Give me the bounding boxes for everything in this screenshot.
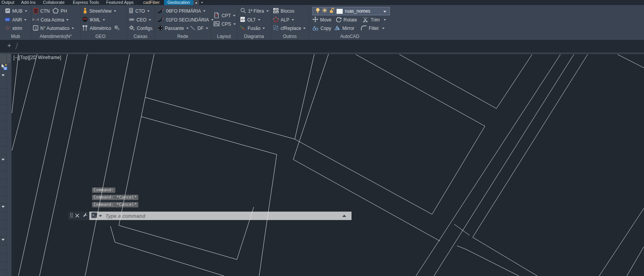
button-cto[interactable]: CTO bbox=[129, 8, 150, 15]
selection-list-icon[interactable] bbox=[1, 63, 7, 72]
layer-combo-dropdown-icon[interactable] bbox=[383, 11, 386, 13]
button-ikml[interactable]: IKML bbox=[82, 16, 105, 23]
button-cpt[interactable]: CPT bbox=[214, 12, 235, 19]
ph-icon bbox=[53, 8, 59, 15]
panel-label-rede[interactable]: Rede bbox=[154, 34, 211, 39]
svg-text:1: 1 bbox=[35, 26, 37, 30]
ribbon-options-icon[interactable] bbox=[201, 2, 203, 3]
cfreplace-icon bbox=[273, 25, 279, 32]
button-cfreplace[interactable]: cfReplace bbox=[273, 25, 306, 32]
button-n-automatico[interactable]: 1 N° Automatico bbox=[33, 25, 74, 32]
streetview-icon bbox=[83, 8, 87, 15]
ribbon: MUB ANR xtrim Mub CTN PH 1 Cota Acima 1 … bbox=[0, 5, 644, 40]
button-ceo[interactable]: CEO bbox=[129, 16, 151, 23]
layer-on-bulb-icon[interactable] bbox=[315, 8, 320, 15]
menu-tab-geolocation[interactable]: Geolocation bbox=[164, 0, 193, 5]
panel-label-mub[interactable]: Mub bbox=[0, 34, 31, 39]
button-rotate[interactable]: Rotate bbox=[336, 16, 357, 23]
trim-icon bbox=[363, 16, 369, 23]
panel-label-diagrama[interactable]: Diagrama bbox=[237, 34, 271, 39]
menu-tab-featuredapps[interactable]: Featured Apps bbox=[106, 0, 134, 5]
button-configs[interactable]: Configs bbox=[129, 25, 153, 32]
ceo-icon bbox=[129, 17, 135, 23]
anr-icon bbox=[5, 17, 10, 23]
mub-icon bbox=[5, 8, 10, 15]
blocos-icon bbox=[273, 8, 279, 15]
cps-plan-icon bbox=[214, 21, 220, 28]
menu-tab-collaborate[interactable]: Collaborate bbox=[43, 0, 64, 5]
olt-icon: OLT bbox=[240, 16, 245, 23]
new-drawing-tab-button[interactable]: + bbox=[5, 41, 13, 50]
button-move[interactable]: Move bbox=[312, 16, 331, 23]
button-xtrim[interactable]: xtrim bbox=[5, 25, 22, 32]
ribbon-collapse-button[interactable] bbox=[193, 0, 199, 5]
copy-icon bbox=[312, 25, 319, 32]
menu-tab-output[interactable]: Output bbox=[2, 0, 14, 5]
fillet-icon bbox=[361, 25, 367, 32]
cota-acima-icon: 1 bbox=[33, 17, 39, 23]
button-ctn[interactable]: CTN bbox=[33, 8, 50, 15]
panel-label-atendimento[interactable]: Atendimento|N° bbox=[31, 34, 80, 39]
button-df[interactable]: DF bbox=[190, 25, 208, 32]
button-passante[interactable]: Passante bbox=[158, 25, 189, 32]
button-anr[interactable]: ANR bbox=[5, 16, 26, 23]
panel-label-geo[interactable]: GEO bbox=[80, 34, 120, 39]
button-trim[interactable]: Trim bbox=[363, 16, 386, 23]
palette-flyout-arrow[interactable] bbox=[2, 239, 5, 241]
panel-label-outros[interactable]: Outros bbox=[271, 34, 309, 39]
button-06fo-primaria[interactable]: 06FO PRIMÁRIA bbox=[158, 8, 205, 15]
button-alp[interactable]: ALP bbox=[273, 16, 294, 23]
ctn-icon bbox=[33, 8, 38, 15]
collapse-up-icon bbox=[195, 2, 197, 3]
layer-freeze-sun-icon[interactable] bbox=[322, 8, 327, 15]
button-cota-acima[interactable]: 1 Cota Acima bbox=[33, 16, 69, 23]
altimetrico-icon bbox=[82, 25, 88, 32]
left-toolbar-palette bbox=[0, 53, 12, 276]
button-1a-fibra[interactable]: 1ª Fibra bbox=[240, 8, 269, 15]
fibra-loop-icon bbox=[240, 8, 246, 15]
panel-label-caixas[interactable]: Caixas bbox=[127, 34, 154, 39]
layer-color-swatch[interactable] bbox=[337, 9, 343, 14]
layer-unlock-icon[interactable] bbox=[329, 8, 334, 15]
button-cps[interactable]: CPS bbox=[214, 21, 236, 28]
configs-gear-icon bbox=[129, 25, 135, 32]
passante-icon bbox=[158, 25, 163, 32]
button-olt[interactable]: OLT OLT bbox=[240, 16, 260, 23]
file-tabs-bar: + bbox=[0, 40, 644, 53]
move-icon bbox=[312, 16, 318, 23]
panel-label-autocad[interactable]: AutoCAD bbox=[309, 34, 391, 39]
button-01fo-secundaria[interactable]: 01FO SECUNDÁRIA bbox=[158, 16, 214, 23]
file-tab-slash-mark bbox=[16, 43, 18, 49]
rotate-icon bbox=[336, 16, 342, 23]
palette-flyout-arrow[interactable] bbox=[2, 206, 5, 208]
cpt-document-icon bbox=[214, 12, 220, 20]
cto-icon bbox=[129, 8, 133, 15]
button-copy[interactable]: Copy bbox=[312, 25, 331, 32]
menu-tab-cadfiber[interactable]: cadFiber bbox=[139, 0, 164, 5]
palette-flyout-arrow[interactable] bbox=[2, 159, 5, 161]
button-mirror[interactable]: Mirror bbox=[334, 25, 354, 32]
menu-bar: Output Add-Ins Collaborate Express Tools… bbox=[0, 0, 644, 5]
fiber-cable-icon bbox=[158, 17, 164, 23]
palette-header[interactable] bbox=[0, 54, 11, 64]
button-fusao[interactable]: Fusão bbox=[240, 25, 265, 32]
alp-icon bbox=[273, 16, 279, 23]
button-streetview[interactable]: StreetView bbox=[83, 8, 116, 15]
button-blocos[interactable]: Blocos bbox=[273, 8, 294, 15]
layer-combo-value: ruas_nomes bbox=[345, 8, 370, 14]
layer-combo[interactable]: ruas_nomes bbox=[312, 7, 390, 15]
menu-tab-addins[interactable]: Add-Ins bbox=[21, 0, 36, 5]
button-altimetrico[interactable]: Altimétrico bbox=[82, 25, 120, 32]
svg-text:1: 1 bbox=[35, 18, 37, 21]
ikml-icon bbox=[82, 16, 88, 23]
svg-text:OLT: OLT bbox=[241, 18, 245, 21]
canvas-top-border bbox=[12, 53, 644, 54]
panel-label-layout[interactable]: Layout bbox=[211, 34, 237, 39]
settings-gear-icon[interactable] bbox=[114, 25, 120, 32]
button-mub[interactable]: MUB bbox=[5, 8, 27, 15]
button-fillet[interactable]: Fillet bbox=[361, 25, 384, 32]
palette-flyout-arrow[interactable] bbox=[2, 74, 5, 76]
menu-tab-expresstools[interactable]: Express Tools bbox=[73, 0, 99, 5]
button-ph[interactable]: PH bbox=[53, 8, 67, 15]
xtrim-icon bbox=[5, 25, 10, 32]
